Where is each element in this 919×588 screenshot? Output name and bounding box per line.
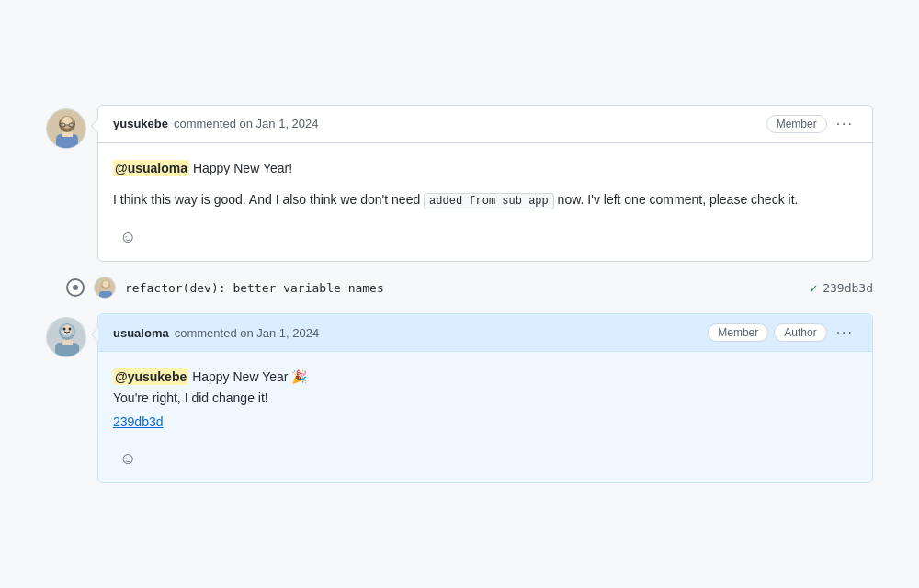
comment-meta-1: yusukebe commented on Jan 1, 2024 <box>113 117 319 130</box>
commit-dot-icon <box>66 278 85 297</box>
commenter-username-2: usualoma <box>113 326 169 340</box>
comment-badges-2: Member Author ··· <box>708 323 857 342</box>
reaction-area-2: ☺ <box>98 439 872 482</box>
comment-header-1: yusukebe commented on Jan 1, 2024 Member… <box>98 106 872 143</box>
more-options-button-2[interactable]: ··· <box>833 324 857 341</box>
mention-1: @usualoma <box>113 160 189 176</box>
comment-date-2: commented on Jan 1, 2024 <box>175 326 320 340</box>
commenter-username-1: yusukebe <box>113 117 168 130</box>
svg-point-20 <box>69 328 72 331</box>
comment-paragraph-2: I think this way is good. And I also thi… <box>113 189 857 210</box>
more-options-button-1[interactable]: ··· <box>833 116 857 132</box>
reaction-button-1[interactable]: ☺ <box>113 225 142 250</box>
comment-thread-item-2: usualoma commented on Jan 1, 2024 Member… <box>46 313 873 483</box>
commit-message: refactor(dev): better variable names <box>125 281 800 295</box>
comment-text-part1: I think this way is good. And I also thi… <box>113 192 424 207</box>
reaction-area-1: ☺ <box>98 218 872 261</box>
commit-checkmark: ✓ <box>810 281 817 295</box>
comment-badges-1: Member ··· <box>766 115 857 133</box>
comment-text-part2: now. I'v left one comment, please check … <box>554 192 799 207</box>
mention-2: @yusukebe <box>113 368 188 385</box>
comment-body-2: @yusukebe Happy New Year 🎉 You're right,… <box>98 352 872 439</box>
comment-text-after-mention-2: Happy New Year 🎉 <box>188 369 307 384</box>
comment-header-2: usualoma commented on Jan 1, 2024 Member… <box>98 314 872 352</box>
comment-paragraph-3: @yusukebe Happy New Year 🎉 <box>113 367 857 387</box>
comment-text-after-mention-1: Happy New Year! <box>189 161 292 175</box>
reaction-button-2[interactable]: ☺ <box>113 447 142 471</box>
svg-rect-12 <box>99 291 112 299</box>
badge-member-2: Member <box>708 323 768 342</box>
comment-box-1: yusukebe commented on Jan 1, 2024 Member… <box>97 105 873 263</box>
comment-line2: You're right, I did change it! <box>113 390 268 405</box>
commit-hash-text: 239db3d <box>823 281 873 295</box>
comment-paragraph-5: 239db3d <box>113 412 857 432</box>
commit-hash-area: ✓ 239db3d <box>810 281 873 295</box>
code-snippet-1: added from sub app <box>424 193 554 209</box>
comment-thread-item: yusukebe commented on Jan 1, 2024 Member… <box>46 105 873 263</box>
badge-author-2: Author <box>774 323 826 342</box>
comment-date-1: commented on Jan 1, 2024 <box>174 117 319 130</box>
comment-paragraph-4: You're right, I did change it! <box>113 388 857 408</box>
avatar-usualoma <box>46 317 86 357</box>
commit-avatar <box>94 277 116 299</box>
comment-body-1: @usualoma Happy New Year! I think this w… <box>98 143 872 219</box>
comment-paragraph-1: @usualoma Happy New Year! <box>113 158 857 178</box>
svg-point-19 <box>63 328 66 331</box>
badge-member-1: Member <box>766 115 827 133</box>
comment-meta-2: usualoma commented on Jan 1, 2024 <box>113 326 319 340</box>
comment-box-2: usualoma commented on Jan 1, 2024 Member… <box>97 313 873 483</box>
commit-line: refactor(dev): better variable names ✓ 2… <box>46 277 873 299</box>
svg-point-11 <box>103 281 109 288</box>
avatar-yusukebe <box>46 108 86 149</box>
commit-link[interactable]: 239db3d <box>113 414 164 429</box>
